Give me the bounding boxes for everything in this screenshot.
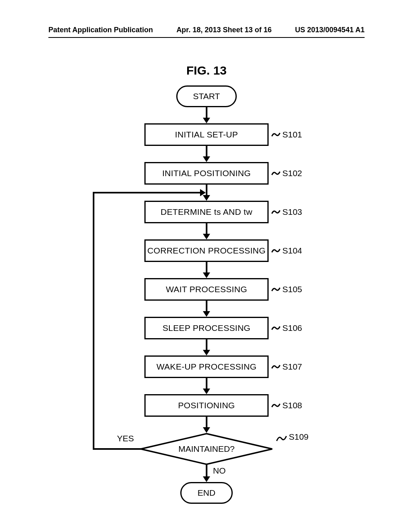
header-rule bbox=[48, 37, 365, 38]
header-left: Patent Application Publication bbox=[48, 26, 153, 34]
reference-tilde-icon bbox=[271, 363, 281, 371]
step-id: S104 bbox=[282, 246, 302, 256]
step-text: CORRECTION PROCESSING bbox=[147, 246, 265, 256]
process-s105: WAIT PROCESSING bbox=[144, 278, 269, 301]
process-s101: INITIAL SET-UP bbox=[144, 123, 269, 146]
step-id: S106 bbox=[282, 323, 302, 333]
arrow-icon bbox=[202, 464, 211, 482]
arrow-icon bbox=[202, 107, 211, 123]
start-terminator: START bbox=[176, 85, 237, 107]
step-text: WAIT PROCESSING bbox=[166, 285, 247, 294]
process-s104: CORRECTION PROCESSING bbox=[144, 239, 269, 262]
decision-text: MAINTAINED? bbox=[178, 444, 235, 454]
header-right: US 2013/0094541 A1 bbox=[295, 26, 365, 34]
step-id: S102 bbox=[282, 168, 302, 178]
step-id: S108 bbox=[282, 401, 302, 410]
process-s107: WAKE-UP PROCESSING bbox=[144, 355, 269, 378]
reference-tilde-icon bbox=[271, 131, 281, 139]
start-label: START bbox=[193, 91, 220, 101]
process-s102: INITIAL POSITIONING bbox=[144, 162, 269, 185]
arrow-icon bbox=[202, 378, 211, 394]
reference-tilde-icon bbox=[271, 247, 281, 255]
branch-no-label: NO bbox=[213, 466, 226, 476]
step-text: WAKE-UP PROCESSING bbox=[156, 362, 257, 372]
reference-tilde-icon bbox=[271, 285, 281, 293]
arrow-icon bbox=[202, 146, 211, 162]
step-id: S105 bbox=[282, 285, 302, 294]
step-id: S101 bbox=[282, 130, 302, 139]
header-center: Apr. 18, 2013 Sheet 13 of 16 bbox=[176, 26, 271, 34]
process-s108: POSITIONING bbox=[144, 394, 269, 417]
branch-yes-label: YES bbox=[117, 434, 134, 443]
end-label: END bbox=[198, 488, 215, 498]
end-terminator: END bbox=[180, 482, 233, 504]
step-text: SLEEP PROCESSING bbox=[163, 323, 250, 333]
step-text: POSITIONING bbox=[178, 401, 235, 410]
arrow-icon bbox=[202, 417, 211, 433]
step-text: INITIAL POSITIONING bbox=[162, 168, 251, 178]
figure-title: FIG. 13 bbox=[0, 64, 413, 77]
arrow-icon bbox=[202, 339, 211, 355]
reference-tilde-icon bbox=[276, 434, 287, 443]
decision-s109: MAINTAINED? bbox=[140, 433, 273, 465]
step-id: S109 bbox=[289, 432, 309, 442]
process-s106: SLEEP PROCESSING bbox=[144, 317, 269, 339]
step-id: S103 bbox=[282, 207, 302, 217]
reference-tilde-icon bbox=[271, 324, 281, 332]
arrow-icon bbox=[202, 262, 211, 278]
reference-tilde-icon bbox=[271, 401, 281, 409]
step-id: S107 bbox=[282, 362, 302, 372]
step-text: INITIAL SET-UP bbox=[175, 130, 238, 139]
process-s103: DETERMINE ts AND tw bbox=[144, 201, 269, 223]
reference-tilde-icon bbox=[271, 169, 281, 177]
step-text: DETERMINE ts AND tw bbox=[161, 207, 252, 217]
reference-tilde-icon bbox=[271, 208, 281, 216]
page-header: Patent Application Publication Apr. 18, … bbox=[0, 26, 413, 34]
arrow-icon bbox=[202, 301, 211, 317]
arrow-icon bbox=[202, 223, 211, 239]
